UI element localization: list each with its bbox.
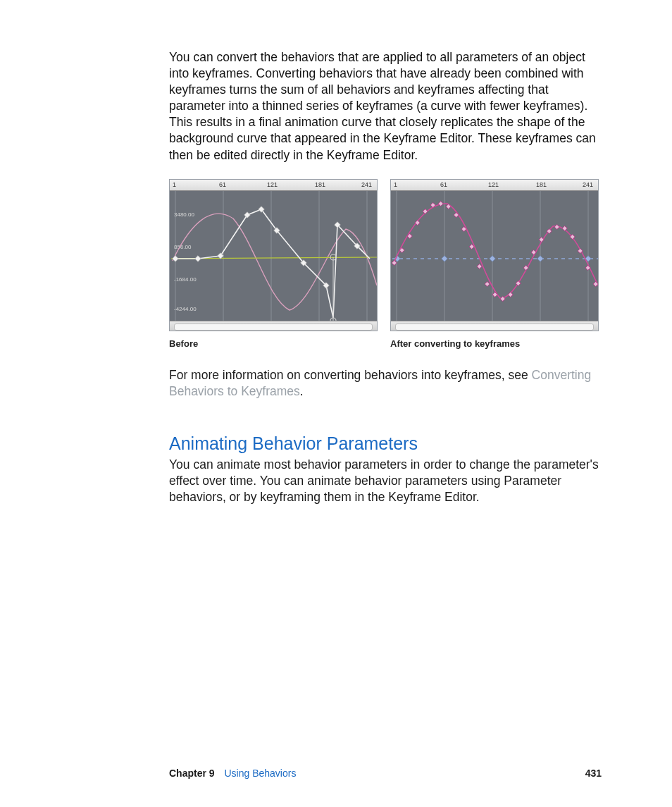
reference-paragraph: For more information on converting behav… [169, 367, 602, 400]
ruler-tick: 1 [173, 181, 176, 188]
ref-text-post: . [300, 384, 304, 398]
intro-paragraph: You can convert the behaviors that are a… [169, 49, 602, 164]
converted-curve [394, 204, 598, 298]
svg-rect-22 [490, 255, 495, 261]
converted-keyframes [392, 201, 598, 301]
svg-rect-40 [508, 292, 513, 297]
svg-rect-25 [392, 260, 397, 265]
figure-before: 1 61 121 181 241 3480.00 856.00 [169, 179, 378, 349]
keyframe-curve [175, 209, 370, 318]
svg-rect-29 [423, 209, 428, 214]
footer-page-number: 431 [585, 768, 602, 779]
svg-rect-46 [554, 224, 559, 229]
svg-rect-47 [562, 226, 567, 230]
svg-rect-44 [539, 237, 544, 242]
svg-rect-33 [454, 212, 459, 217]
ruler-tick: 61 [219, 181, 226, 188]
svg-rect-51 [593, 281, 598, 286]
svg-rect-28 [415, 220, 420, 225]
svg-rect-21 [442, 255, 447, 261]
section-body: You can animate most behavior parameters… [169, 457, 602, 505]
curve-canvas [391, 180, 599, 331]
figure-row: 1 61 121 181 241 3480.00 856.00 [169, 179, 602, 349]
svg-rect-5 [173, 255, 178, 261]
ruler-tick: 1 [394, 181, 397, 188]
curve-canvas: 3480.00 856.00 -1684.00 -4244.00 [170, 180, 378, 331]
ruler-tick: 241 [583, 181, 593, 188]
svg-rect-23 [537, 255, 543, 261]
ref-text-pre: For more information on converting behav… [169, 368, 532, 382]
y-axis-label: -4244.00 [174, 306, 197, 312]
page: You can convert the behaviors that are a… [0, 0, 672, 807]
svg-rect-8 [244, 211, 250, 217]
timeline-ruler: 1 61 121 181 241 [391, 180, 598, 191]
svg-rect-36 [477, 264, 482, 269]
ruler-tick: 181 [315, 181, 325, 188]
svg-rect-37 [485, 281, 490, 286]
footer-chapter-title: Using Behaviors [224, 768, 296, 779]
figure-after: 1 61 121 181 241 [390, 179, 599, 349]
svg-rect-32 [446, 204, 451, 209]
svg-rect-6 [195, 255, 201, 261]
timeline-scrollbar [391, 321, 598, 331]
ruler-tick: 61 [440, 181, 447, 188]
keyframe-editor-after: 1 61 121 181 241 [390, 179, 599, 331]
section-heading: Animating Behavior Parameters [169, 433, 602, 454]
footer-left: Chapter 9 Using Behaviors [169, 768, 296, 779]
y-axis-label: -1684.00 [174, 276, 197, 283]
ruler-tick: 181 [536, 181, 547, 188]
ruler-tick: 241 [361, 181, 372, 188]
figure-caption: After converting to keyframes [390, 338, 599, 349]
page-footer: Chapter 9 Using Behaviors 431 [169, 768, 602, 779]
footer-chapter: Chapter 9 [169, 768, 215, 779]
svg-rect-31 [438, 201, 443, 206]
svg-rect-50 [585, 265, 590, 270]
timeline-ruler: 1 61 121 181 241 [170, 180, 377, 191]
figure-caption: Before [169, 338, 378, 349]
ruler-tick: 121 [267, 181, 278, 188]
y-axis-label: 856.00 [174, 244, 192, 250]
keyframe-editor-before: 1 61 121 181 241 3480.00 856.00 [169, 179, 378, 331]
timeline-scrollbar [170, 321, 377, 331]
svg-rect-43 [531, 250, 536, 254]
keyframe-markers [173, 206, 360, 288]
ruler-tick: 121 [488, 181, 499, 188]
y-axis-label: 3480.00 [174, 211, 194, 218]
